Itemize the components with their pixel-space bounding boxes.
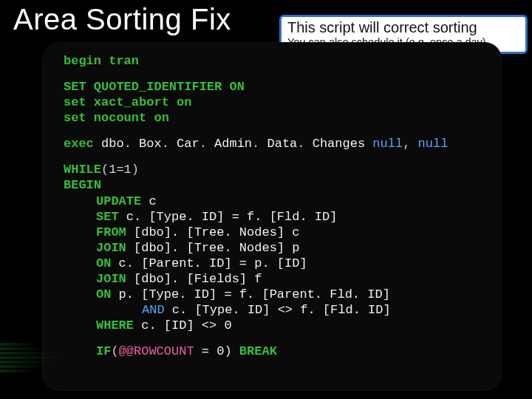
code-line: JOIN [dbo]. [Fields] f bbox=[64, 271, 486, 287]
code-line: set nocount on bbox=[64, 110, 486, 126]
code-line: set xact_abort on bbox=[64, 95, 486, 110]
code-block: begin tran SET QUOTED_IDENTIFIER ON set … bbox=[43, 43, 501, 390]
code-line: ON c. [Parent. ID] = p. [ID] bbox=[64, 256, 486, 271]
code-line: IF(@@ROWCOUNT = 0) BREAK bbox=[64, 344, 486, 359]
callout-title: This script will correct sorting bbox=[287, 18, 519, 36]
code-line: SET c. [Type. ID] = f. [Fld. ID] bbox=[64, 209, 486, 225]
code-line: ON p. [Type. ID] = f. [Parent. Fld. ID] bbox=[64, 287, 486, 302]
code-line: WHERE c. [ID] <> 0 bbox=[64, 318, 486, 333]
slide-title: Area Sorting Fix bbox=[13, 3, 231, 36]
code-line: SET QUOTED_IDENTIFIER ON bbox=[64, 79, 486, 95]
code-line: AND c. [Type. ID] <> f. [Fld. ID] bbox=[64, 302, 486, 318]
code-line: FROM [dbo]. [Tree. Nodes] c bbox=[64, 225, 486, 240]
code-line: begin tran bbox=[64, 53, 486, 69]
code-line: JOIN [dbo]. [Tree. Nodes] p bbox=[64, 240, 486, 256]
code-line: WHILE(1=1) bbox=[64, 162, 486, 177]
code-line: UPDATE c bbox=[64, 194, 486, 209]
code-line: BEGIN bbox=[64, 177, 486, 193]
code-line: exec dbo. Box. Car. Admin. Data. Changes… bbox=[64, 136, 486, 151]
